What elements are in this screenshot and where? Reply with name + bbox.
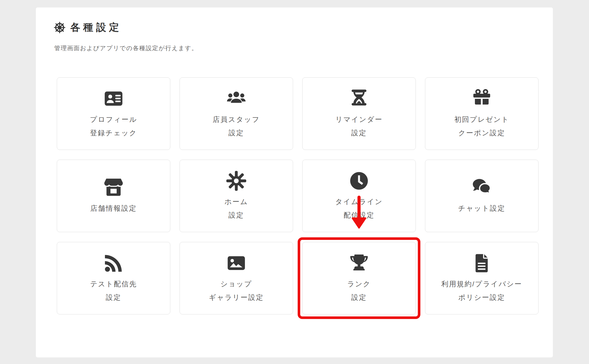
store-icon (103, 177, 124, 198)
settings-card-staff-settings[interactable]: 店員スタッフ設定 (180, 77, 293, 150)
settings-card-profile-check[interactable]: プロフィール登録チェック (57, 77, 170, 150)
card-label: 利用規約/プライバシーポリシー設定 (441, 277, 522, 304)
page: { "theme": { "bg": "#ececec", "highlight… (0, 0, 589, 364)
settings-grid: プロフィール登録チェック店員スタッフ設定リマインダー設定初回プレゼントクーポン設… (57, 77, 539, 314)
page-title: 各種設定 (70, 21, 122, 34)
hourglass-icon (348, 88, 370, 109)
card-label: プロフィール登録チェック (90, 113, 137, 140)
page-header: 各種設定 (54, 21, 122, 34)
card-label: ランク設定 (347, 277, 371, 304)
rss-icon (103, 253, 124, 274)
gift-icon (471, 88, 492, 109)
settings-card-timeline-delivery[interactable]: タイムライン配信設定 (302, 160, 416, 232)
settings-card-store-info-settings[interactable]: 店舗情報設定 (57, 160, 170, 232)
gear-icon (226, 170, 247, 191)
file-lines-icon (471, 253, 492, 274)
users-icon (226, 88, 247, 109)
card-label: チャット設定 (458, 201, 505, 215)
comments-icon (471, 177, 492, 198)
card-label: リマインダー設定 (336, 113, 383, 140)
settings-card-terms-privacy-settings[interactable]: 利用規約/プライバシーポリシー設定 (425, 242, 539, 314)
id-card-icon (103, 88, 124, 109)
settings-card-reminder-settings[interactable]: リマインダー設定 (302, 77, 416, 150)
card-label: ショップギャラリー設定 (209, 277, 264, 304)
settings-wheel-icon (54, 21, 66, 34)
trophy-icon (348, 253, 370, 274)
card-label: 店員スタッフ設定 (213, 113, 260, 140)
card-label: 店舗情報設定 (90, 201, 137, 215)
settings-card-test-delivery-settings[interactable]: テスト配信先設定 (57, 242, 170, 314)
clock-icon (348, 170, 370, 191)
settings-card-shop-gallery-settings[interactable]: ショップギャラリー設定 (180, 242, 293, 314)
card-label: テスト配信先設定 (90, 277, 137, 304)
settings-card-chat-settings[interactable]: チャット設定 (425, 160, 539, 232)
settings-card-home-settings[interactable]: ホーム設定 (180, 160, 293, 232)
card-label: 初回プレゼントクーポン設定 (454, 113, 509, 140)
image-icon (226, 253, 247, 274)
page-subtitle: 管理画面およびアプリでの各種設定が行えます。 (54, 44, 198, 52)
card-label: タイムライン配信設定 (335, 195, 383, 222)
settings-card-first-present-coupon[interactable]: 初回プレゼントクーポン設定 (425, 77, 539, 150)
settings-panel: 各種設定 管理画面およびアプリでの各種設定が行えます。 プロフィール登録チェック… (36, 7, 553, 357)
settings-card-rank-settings[interactable]: ランク設定 (302, 242, 416, 314)
card-label: ホーム設定 (225, 195, 248, 222)
